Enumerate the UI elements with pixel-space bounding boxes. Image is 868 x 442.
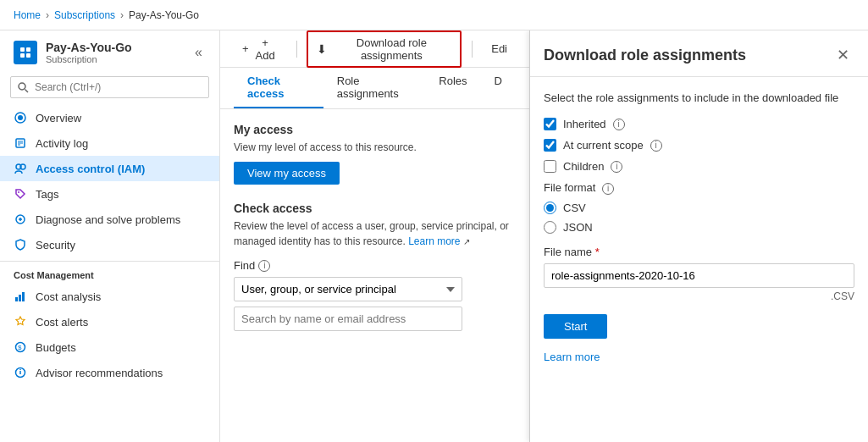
sidebar-item-activity-log-label: Activity log: [36, 137, 88, 150]
external-link-icon: ↗: [463, 237, 470, 246]
panel-close-button[interactable]: ✕: [832, 44, 854, 66]
csv-radio[interactable]: [544, 202, 556, 214]
toolbar-separator-2: [472, 41, 473, 58]
sidebar-resource-type: Subscription: [46, 54, 132, 64]
inherited-checkbox[interactable]: [544, 118, 556, 130]
inherited-checkbox-row: Inherited i: [544, 118, 854, 130]
principal-type-dropdown[interactable]: User, group, or service principal: [234, 277, 462, 301]
check-access-section: Check access Review the level of access …: [234, 202, 516, 331]
sidebar-item-access-control-label: Access control (IAM): [36, 163, 145, 175]
sidebar-item-tags[interactable]: Tags: [0, 181, 219, 207]
edit-button[interactable]: Edi: [483, 38, 516, 59]
children-info-icon[interactable]: i: [611, 161, 622, 173]
edit-label: Edi: [491, 42, 507, 55]
diagnose-icon: [14, 213, 27, 226]
sidebar-item-tags-label: Tags: [36, 188, 58, 201]
add-button[interactable]: + + Add: [234, 32, 286, 66]
tab-deny[interactable]: D: [481, 68, 516, 108]
sidebar-header: Pay-As-You-Go Subscription «: [0, 30, 219, 71]
file-name-row: [544, 263, 854, 288]
json-radio-row: JSON: [544, 221, 854, 234]
at-current-scope-info-icon[interactable]: i: [650, 140, 662, 152]
sidebar-item-overview[interactable]: Overview: [0, 105, 219, 130]
svg-rect-17: [19, 295, 21, 301]
my-access-description: View my level of access to this resource…: [234, 140, 516, 155]
cost-alerts-icon: [14, 315, 27, 329]
svg-text:$: $: [18, 344, 22, 351]
cost-analysis-icon: [14, 290, 27, 303]
sidebar-item-budgets[interactable]: $ Budgets: [0, 334, 219, 360]
breadcrumb-home[interactable]: Home: [14, 9, 41, 21]
search-principal-input[interactable]: [234, 307, 462, 331]
breadcrumb-current: Pay-As-You-Go: [129, 9, 199, 21]
svg-rect-3: [26, 53, 30, 58]
panel-header: Download role assignments ✕: [530, 30, 868, 77]
sidebar-item-cost-analysis[interactable]: Cost analysis: [0, 284, 219, 309]
add-label: + Add: [253, 36, 278, 62]
sidebar-item-advisor[interactable]: Advisor recommendations: [0, 360, 219, 385]
find-label: Find i: [234, 259, 516, 272]
sidebar-item-security-label: Security: [36, 239, 75, 251]
sidebar-resource-name: Pay-As-You-Go: [46, 41, 132, 54]
content-toolbar: + + Add ⬇ Download role assignments Edi: [220, 30, 529, 68]
sidebar-title-block: Pay-As-You-Go Subscription: [46, 41, 132, 64]
panel-description: Select the role assignments to include i…: [544, 91, 854, 106]
json-label: JSON: [563, 221, 593, 234]
main-layout: Pay-As-You-Go Subscription « Overview: [0, 30, 868, 442]
svg-point-12: [18, 191, 19, 193]
tab-role-assignments[interactable]: Role assignments: [323, 68, 426, 108]
tab-check-access[interactable]: Check access: [234, 68, 323, 108]
at-current-scope-label: At current scope: [563, 139, 644, 152]
json-radio[interactable]: [544, 221, 556, 234]
svg-point-5: [18, 115, 23, 120]
advisor-icon: [14, 366, 27, 379]
svg-rect-0: [20, 47, 25, 52]
breadcrumb-bar: Home › Subscriptions › Pay-As-You-Go: [0, 0, 868, 30]
csv-radio-row: CSV: [544, 202, 854, 214]
add-icon: +: [242, 42, 249, 55]
sidebar-collapse-button[interactable]: «: [191, 41, 206, 64]
children-checkbox-row: Children i: [544, 160, 854, 173]
app-container: Home › Subscriptions › Pay-As-You-Go Pay…: [0, 0, 868, 442]
panel-learn-more-link[interactable]: Learn more: [544, 351, 600, 363]
resource-icon: [14, 41, 37, 64]
sidebar-item-cost-analysis-label: Cost analysis: [36, 290, 101, 303]
check-access-learn-more-link[interactable]: Learn more: [408, 235, 460, 247]
find-section: Find i User, group, or service principal: [234, 259, 516, 331]
budgets-icon: $: [14, 340, 27, 354]
view-my-access-button[interactable]: View my access: [234, 162, 340, 185]
sidebar-search-container: [0, 71, 219, 105]
file-format-radio-group: CSV JSON: [544, 202, 854, 234]
children-checkbox[interactable]: [544, 160, 556, 173]
download-role-assignments-button[interactable]: ⬇ Download role assignments: [307, 30, 462, 68]
sidebar-item-activity-log[interactable]: Activity log: [0, 130, 219, 156]
content-area: + + Add ⬇ Download role assignments Edi …: [220, 30, 529, 442]
sidebar-search-input[interactable]: [10, 76, 209, 98]
content-tabs: Check access Role assignments Roles D: [220, 68, 529, 109]
svg-rect-2: [20, 53, 25, 58]
my-access-title: My access: [234, 123, 516, 136]
find-info-icon[interactable]: i: [258, 260, 270, 272]
inherited-info-icon[interactable]: i: [613, 119, 625, 130]
sidebar-item-diagnose[interactable]: Diagnose and solve problems: [0, 207, 219, 232]
at-current-scope-checkbox-row: At current scope i: [544, 139, 854, 152]
sidebar: Pay-As-You-Go Subscription « Overview: [0, 30, 220, 442]
sidebar-nav: Overview Activity log Access control (IA…: [0, 105, 219, 442]
start-button[interactable]: Start: [544, 314, 607, 339]
security-icon: [14, 238, 27, 251]
sidebar-item-budgets-label: Budgets: [36, 341, 76, 354]
breadcrumb-subscriptions[interactable]: Subscriptions: [54, 9, 115, 21]
download-role-assignments-panel: Download role assignments ✕ Select the r…: [529, 30, 868, 442]
breadcrumb-sep-1: ›: [46, 9, 49, 21]
sidebar-item-security[interactable]: Security: [0, 232, 219, 257]
my-access-section: My access View my level of access to thi…: [234, 123, 516, 185]
file-name-input[interactable]: [544, 263, 854, 288]
file-format-info-icon[interactable]: i: [602, 183, 614, 195]
sidebar-item-access-control[interactable]: Access control (IAM): [0, 156, 219, 181]
sidebar-item-cost-alerts[interactable]: Cost alerts: [0, 309, 219, 334]
cost-management-section-label: Cost Management: [0, 261, 219, 284]
inherited-label: Inherited: [563, 118, 606, 130]
panel-title: Download role assignments: [544, 47, 746, 64]
tab-roles[interactable]: Roles: [425, 68, 480, 108]
at-current-scope-checkbox[interactable]: [544, 139, 556, 152]
